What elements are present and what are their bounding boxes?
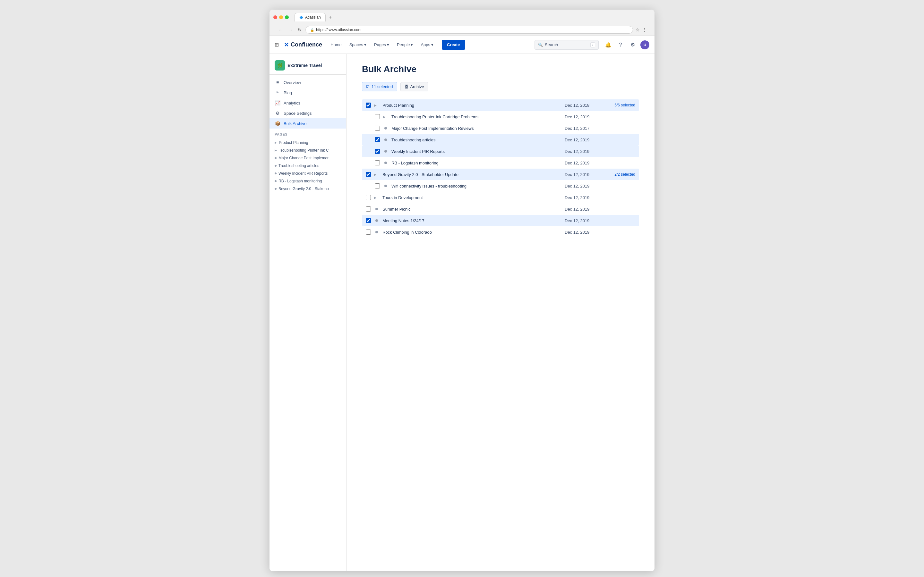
content-area: Bulk Archive ☑ 11 selected 🗄 Archive	[347, 54, 654, 571]
bookmark-icon[interactable]: ☆	[636, 27, 640, 32]
chevron-right-icon[interactable]: ▶	[374, 103, 379, 107]
nav-apps[interactable]: Apps ▾	[417, 40, 437, 49]
sidebar-page-beyond-gravity[interactable]: Beyond Gravity 2.0 - Stakeho	[270, 185, 346, 193]
row-date: Dec 12, 2019	[565, 114, 603, 119]
table-row: ▶ Tours in Development Dec 12, 2019	[362, 192, 639, 203]
bullet-icon	[275, 165, 276, 167]
pages-section-label: PAGES	[270, 131, 346, 139]
reload-button[interactable]: ↻	[296, 27, 303, 33]
minimize-button[interactable]	[279, 15, 283, 19]
page-title-text: Troubleshooting articles	[278, 163, 341, 168]
chevron-right-icon[interactable]: ▶	[374, 173, 379, 176]
bulk-controls: ☑ 11 selected 🗄 Archive	[362, 82, 639, 91]
bullet-icon	[275, 180, 276, 182]
row-selected-badge: 6/6 selected	[606, 103, 635, 107]
archive-table: ▶ Product Planning Dec 12, 2018 6/6 sele…	[362, 99, 639, 238]
sidebar-page-weekly-incident[interactable]: Weekly Incident PIR Reports	[270, 169, 346, 177]
bullet-icon	[384, 161, 387, 164]
create-button[interactable]: Create	[442, 40, 465, 50]
bulk-archive-icon: 📦	[275, 121, 280, 126]
search-icon: 🔍	[538, 43, 543, 47]
url-text: https:// www.atlassian.com	[316, 27, 361, 32]
bullet-icon	[275, 188, 276, 190]
page-title-text: Beyond Gravity 2.0 - Stakeho	[278, 187, 341, 191]
help-icon[interactable]: ?	[616, 40, 625, 49]
row-checkbox[interactable]	[375, 126, 380, 131]
overview-label: Overview	[284, 80, 301, 85]
row-checkbox[interactable]	[366, 218, 371, 223]
sidebar-item-analytics[interactable]: 📈 Analytics	[270, 98, 346, 108]
selected-count: 11 selected	[372, 84, 393, 89]
forward-button[interactable]: →	[287, 27, 294, 33]
sidebar-item-overview[interactable]: ≡ Overview	[270, 77, 346, 87]
table-row: Weekly Incident PIR Reports Dec 12, 2019	[362, 145, 639, 157]
nav-home[interactable]: Home	[327, 40, 345, 49]
row-date: Dec 12, 2019	[565, 149, 603, 154]
chevron-right-icon: ▶	[275, 149, 277, 152]
row-checkbox[interactable]	[375, 160, 380, 165]
row-title: Weekly Incident PIR Reports	[391, 149, 561, 154]
row-date: Dec 12, 2019	[565, 161, 603, 165]
analytics-label: Analytics	[284, 101, 300, 105]
bullet-icon	[375, 208, 378, 210]
confluence-logo[interactable]: ✕ Confluence	[284, 41, 322, 48]
chevron-right-icon[interactable]: ▶	[374, 196, 379, 199]
row-title: Major Change Post Implementation Reviews	[391, 126, 561, 131]
more-options-icon[interactable]: ⋮	[642, 27, 647, 32]
table-row: RB - Logstash monitoring Dec 12, 2019	[362, 157, 639, 169]
row-checkbox[interactable]	[375, 137, 380, 142]
row-title: RB - Logstash monitoring	[391, 161, 561, 165]
table-row: Meeting Notes 1/24/17 Dec 12, 2019	[362, 215, 639, 226]
sidebar-item-space-settings[interactable]: ⚙ Space Settings	[270, 108, 346, 118]
sidebar-page-troubleshooting-printer[interactable]: ▶ Troubleshooting Printer Ink C	[270, 147, 346, 154]
analytics-icon: 📈	[275, 100, 280, 105]
settings-icon[interactable]: ⚙	[628, 40, 637, 49]
user-avatar[interactable]: U	[640, 40, 649, 49]
bulk-archive-label: Bulk Archive	[284, 121, 307, 126]
table-row: Rock Climbing in Colorado Dec 12, 2019	[362, 226, 639, 238]
browser-tab[interactable]: 🔷 Atlassian	[294, 13, 326, 21]
row-checkbox[interactable]	[366, 206, 371, 211]
row-date: Dec 12, 2019	[565, 218, 603, 223]
row-checkbox[interactable]	[375, 183, 380, 189]
row-selected-badge: 2/2 selected	[606, 172, 635, 177]
address-bar[interactable]: 🔒 https:// www.atlassian.com	[305, 26, 633, 34]
sidebar-page-rb-logstash[interactable]: RB - Logstash monitoring	[270, 177, 346, 185]
nav-pages[interactable]: Pages ▾	[371, 40, 393, 49]
row-checkbox[interactable]	[375, 114, 380, 119]
table-row: ▶ Beyond Gravity 2.0 - Stakeholder Updat…	[362, 169, 639, 180]
selected-badge[interactable]: ☑ 11 selected	[362, 82, 397, 91]
sidebar-item-bulk-archive[interactable]: 📦 Bulk Archive	[270, 118, 346, 129]
sidebar-page-product-planning[interactable]: ▶ Product Planning	[270, 139, 346, 147]
row-date: Dec 12, 2019	[565, 137, 603, 142]
page-title-text: Product Planning	[279, 140, 341, 145]
row-checkbox[interactable]	[366, 172, 371, 177]
blog-icon: ❝	[275, 90, 280, 95]
row-checkbox[interactable]	[375, 149, 380, 154]
new-tab-button[interactable]: +	[326, 13, 334, 21]
back-button[interactable]: ←	[277, 27, 284, 33]
sidebar-page-troubleshooting-articles[interactable]: Troubleshooting articles	[270, 162, 346, 169]
table-row: Major Change Post Implementation Reviews…	[362, 122, 639, 134]
nav-spaces[interactable]: Spaces ▾	[346, 40, 370, 49]
row-checkbox[interactable]	[366, 229, 371, 235]
notifications-icon[interactable]: 🔔	[604, 40, 613, 49]
lock-icon: 🔒	[310, 28, 314, 32]
chevron-right-icon[interactable]: ▶	[383, 115, 388, 119]
nav-icons: 🔔 ? ⚙ U	[604, 40, 649, 49]
grid-icon[interactable]: ⊞	[275, 42, 279, 48]
sidebar-page-major-change[interactable]: Major Change Post Implemer	[270, 154, 346, 162]
maximize-button[interactable]	[285, 15, 289, 19]
page-title-text: RB - Logstash monitoring	[278, 179, 341, 183]
nav-people[interactable]: People ▾	[394, 40, 416, 49]
row-checkbox[interactable]	[366, 103, 371, 108]
archive-button[interactable]: 🗄 Archive	[401, 82, 428, 91]
selected-badge-icon: ☑	[366, 85, 370, 89]
bullet-icon	[275, 172, 276, 174]
close-button[interactable]	[273, 15, 277, 19]
page-title-text: Major Change Post Implemer	[278, 156, 341, 160]
search-box[interactable]: 🔍 Search /	[535, 40, 599, 50]
sidebar-item-blog[interactable]: ❝ Blog	[270, 87, 346, 98]
bullet-icon	[384, 127, 387, 129]
row-checkbox[interactable]	[366, 195, 371, 200]
